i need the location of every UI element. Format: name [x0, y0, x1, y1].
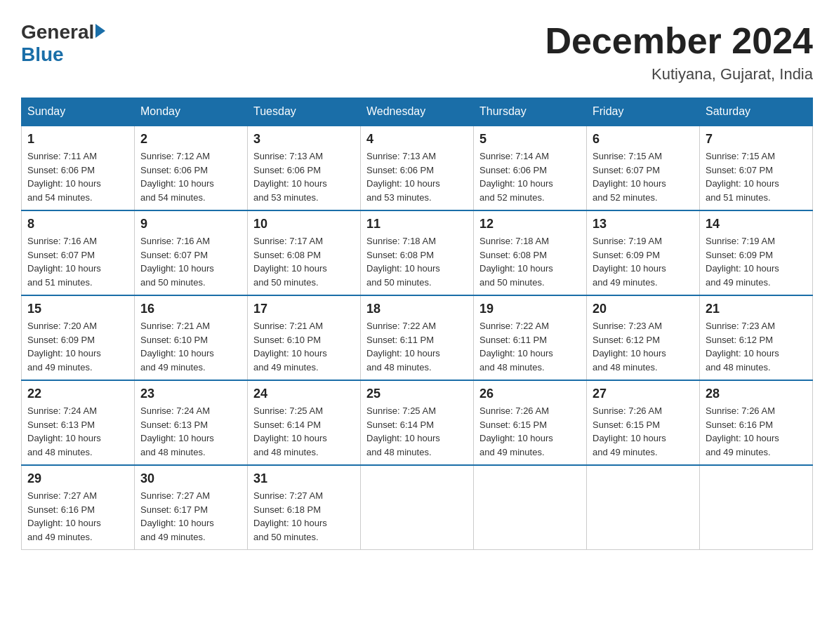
- calendar-header-row: SundayMondayTuesdayWednesdayThursdayFrid…: [22, 98, 813, 126]
- empty-cell: [700, 465, 813, 550]
- day-number: 19: [479, 302, 581, 316]
- day-number: 10: [253, 217, 355, 232]
- day-number: 25: [366, 387, 468, 401]
- column-header-saturday: Saturday: [700, 98, 813, 126]
- calendar-cell-day-5: 5 Sunrise: 7:14 AM Sunset: 6:06 PM Dayli…: [474, 126, 587, 210]
- day-info: Sunrise: 7:21 AM Sunset: 6:10 PM Dayligh…: [140, 319, 241, 374]
- month-title: December 2024: [545, 21, 813, 61]
- day-info: Sunrise: 7:22 AM Sunset: 6:11 PM Dayligh…: [366, 319, 468, 374]
- calendar-cell-day-30: 30 Sunrise: 7:27 AM Sunset: 6:17 PM Dayl…: [135, 465, 248, 550]
- day-number: 15: [27, 302, 128, 316]
- day-number: 28: [706, 387, 807, 401]
- calendar-cell-day-25: 25 Sunrise: 7:25 AM Sunset: 6:14 PM Dayl…: [361, 380, 474, 465]
- day-number: 29: [27, 471, 128, 486]
- calendar-cell-day-15: 15 Sunrise: 7:20 AM Sunset: 6:09 PM Dayl…: [22, 295, 135, 380]
- day-info: Sunrise: 7:16 AM Sunset: 6:07 PM Dayligh…: [27, 234, 128, 289]
- calendar-cell-day-20: 20 Sunrise: 7:23 AM Sunset: 6:12 PM Dayl…: [587, 295, 700, 380]
- calendar-cell-day-22: 22 Sunrise: 7:24 AM Sunset: 6:13 PM Dayl…: [22, 380, 135, 465]
- logo-arrow-icon: [95, 24, 105, 38]
- day-info: Sunrise: 7:23 AM Sunset: 6:12 PM Dayligh…: [706, 319, 807, 374]
- day-info: Sunrise: 7:25 AM Sunset: 6:14 PM Dayligh…: [253, 404, 355, 459]
- day-info: Sunrise: 7:27 AM Sunset: 6:16 PM Dayligh…: [27, 489, 128, 544]
- day-number: 5: [479, 132, 581, 147]
- day-number: 3: [253, 132, 355, 147]
- column-header-friday: Friday: [587, 98, 700, 126]
- day-number: 14: [706, 217, 807, 232]
- calendar-cell-day-13: 13 Sunrise: 7:19 AM Sunset: 6:09 PM Dayl…: [587, 210, 700, 295]
- day-info: Sunrise: 7:26 AM Sunset: 6:15 PM Dayligh…: [593, 404, 694, 459]
- calendar-cell-day-27: 27 Sunrise: 7:26 AM Sunset: 6:15 PM Dayl…: [587, 380, 700, 465]
- day-number: 16: [140, 302, 241, 316]
- day-number: 4: [366, 132, 468, 147]
- calendar-cell-day-28: 28 Sunrise: 7:26 AM Sunset: 6:16 PM Dayl…: [700, 380, 813, 465]
- day-info: Sunrise: 7:27 AM Sunset: 6:18 PM Dayligh…: [253, 489, 355, 544]
- calendar-cell-day-10: 10 Sunrise: 7:17 AM Sunset: 6:08 PM Dayl…: [248, 210, 361, 295]
- day-number: 30: [140, 471, 241, 486]
- calendar-cell-day-14: 14 Sunrise: 7:19 AM Sunset: 6:09 PM Dayl…: [700, 210, 813, 295]
- calendar-cell-day-2: 2 Sunrise: 7:12 AM Sunset: 6:06 PM Dayli…: [135, 126, 248, 210]
- day-number: 23: [140, 387, 241, 401]
- logo-general: General: [21, 21, 94, 43]
- day-info: Sunrise: 7:11 AM Sunset: 6:06 PM Dayligh…: [27, 149, 128, 204]
- calendar-cell-day-17: 17 Sunrise: 7:21 AM Sunset: 6:10 PM Dayl…: [248, 295, 361, 380]
- title-section: December 2024 Kutiyana, Gujarat, India: [545, 21, 813, 83]
- day-number: 21: [706, 302, 807, 316]
- calendar-cell-day-19: 19 Sunrise: 7:22 AM Sunset: 6:11 PM Dayl…: [474, 295, 587, 380]
- calendar-cell-day-7: 7 Sunrise: 7:15 AM Sunset: 6:07 PM Dayli…: [700, 126, 813, 210]
- day-number: 13: [593, 217, 694, 232]
- day-info: Sunrise: 7:14 AM Sunset: 6:06 PM Dayligh…: [479, 149, 581, 204]
- day-info: Sunrise: 7:27 AM Sunset: 6:17 PM Dayligh…: [140, 489, 241, 544]
- calendar-cell-day-31: 31 Sunrise: 7:27 AM Sunset: 6:18 PM Dayl…: [248, 465, 361, 550]
- calendar-week-row: 29 Sunrise: 7:27 AM Sunset: 6:16 PM Dayl…: [22, 465, 813, 550]
- day-info: Sunrise: 7:18 AM Sunset: 6:08 PM Dayligh…: [479, 234, 581, 289]
- day-info: Sunrise: 7:24 AM Sunset: 6:13 PM Dayligh…: [27, 404, 128, 459]
- day-number: 20: [593, 302, 694, 316]
- day-number: 8: [27, 217, 128, 232]
- day-info: Sunrise: 7:16 AM Sunset: 6:07 PM Dayligh…: [140, 234, 241, 289]
- day-number: 9: [140, 217, 241, 232]
- calendar-week-row: 22 Sunrise: 7:24 AM Sunset: 6:13 PM Dayl…: [22, 380, 813, 465]
- calendar-week-row: 1 Sunrise: 7:11 AM Sunset: 6:06 PM Dayli…: [22, 126, 813, 210]
- column-header-monday: Monday: [135, 98, 248, 126]
- day-number: 22: [27, 387, 128, 401]
- calendar-cell-day-12: 12 Sunrise: 7:18 AM Sunset: 6:08 PM Dayl…: [474, 210, 587, 295]
- calendar-week-row: 8 Sunrise: 7:16 AM Sunset: 6:07 PM Dayli…: [22, 210, 813, 295]
- calendar-cell-day-26: 26 Sunrise: 7:26 AM Sunset: 6:15 PM Dayl…: [474, 380, 587, 465]
- calendar-cell-day-6: 6 Sunrise: 7:15 AM Sunset: 6:07 PM Dayli…: [587, 126, 700, 210]
- day-info: Sunrise: 7:17 AM Sunset: 6:08 PM Dayligh…: [253, 234, 355, 289]
- day-info: Sunrise: 7:13 AM Sunset: 6:06 PM Dayligh…: [366, 149, 468, 204]
- page-header: General Blue December 2024 Kutiyana, Guj…: [21, 21, 813, 83]
- day-info: Sunrise: 7:21 AM Sunset: 6:10 PM Dayligh…: [253, 319, 355, 374]
- day-number: 12: [479, 217, 581, 232]
- day-info: Sunrise: 7:20 AM Sunset: 6:09 PM Dayligh…: [27, 319, 128, 374]
- day-number: 2: [140, 132, 241, 147]
- calendar-cell-day-16: 16 Sunrise: 7:21 AM Sunset: 6:10 PM Dayl…: [135, 295, 248, 380]
- day-number: 27: [593, 387, 694, 401]
- day-info: Sunrise: 7:24 AM Sunset: 6:13 PM Dayligh…: [140, 404, 241, 459]
- empty-cell: [474, 465, 587, 550]
- day-number: 24: [253, 387, 355, 401]
- day-info: Sunrise: 7:23 AM Sunset: 6:12 PM Dayligh…: [593, 319, 694, 374]
- calendar-cell-day-23: 23 Sunrise: 7:24 AM Sunset: 6:13 PM Dayl…: [135, 380, 248, 465]
- day-info: Sunrise: 7:13 AM Sunset: 6:06 PM Dayligh…: [253, 149, 355, 204]
- day-info: Sunrise: 7:15 AM Sunset: 6:07 PM Dayligh…: [593, 149, 694, 204]
- calendar-cell-day-3: 3 Sunrise: 7:13 AM Sunset: 6:06 PM Dayli…: [248, 126, 361, 210]
- column-header-thursday: Thursday: [474, 98, 587, 126]
- calendar-cell-day-24: 24 Sunrise: 7:25 AM Sunset: 6:14 PM Dayl…: [248, 380, 361, 465]
- day-number: 17: [253, 302, 355, 316]
- column-header-tuesday: Tuesday: [248, 98, 361, 126]
- calendar-cell-day-8: 8 Sunrise: 7:16 AM Sunset: 6:07 PM Dayli…: [22, 210, 135, 295]
- day-number: 6: [593, 132, 694, 147]
- day-info: Sunrise: 7:22 AM Sunset: 6:11 PM Dayligh…: [479, 319, 581, 374]
- day-number: 31: [253, 471, 355, 486]
- calendar-cell-day-1: 1 Sunrise: 7:11 AM Sunset: 6:06 PM Dayli…: [22, 126, 135, 210]
- day-info: Sunrise: 7:19 AM Sunset: 6:09 PM Dayligh…: [706, 234, 807, 289]
- empty-cell: [587, 465, 700, 550]
- calendar-cell-day-18: 18 Sunrise: 7:22 AM Sunset: 6:11 PM Dayl…: [361, 295, 474, 380]
- day-number: 1: [27, 132, 128, 147]
- calendar-cell-day-21: 21 Sunrise: 7:23 AM Sunset: 6:12 PM Dayl…: [700, 295, 813, 380]
- calendar-table: SundayMondayTuesdayWednesdayThursdayFrid…: [21, 98, 813, 550]
- location-title: Kutiyana, Gujarat, India: [545, 65, 813, 83]
- day-info: Sunrise: 7:25 AM Sunset: 6:14 PM Dayligh…: [366, 404, 468, 459]
- calendar-cell-day-9: 9 Sunrise: 7:16 AM Sunset: 6:07 PM Dayli…: [135, 210, 248, 295]
